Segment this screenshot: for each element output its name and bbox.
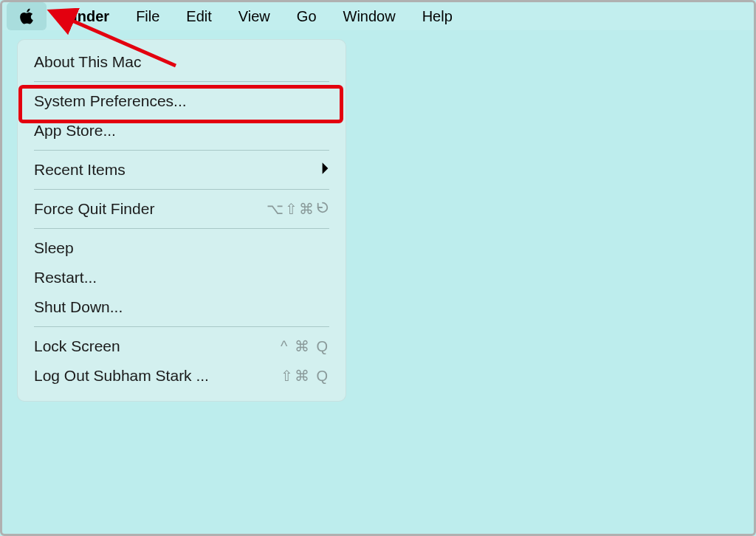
menubar-view[interactable]: View — [225, 2, 284, 30]
keyboard-shortcut: ⌥⇧⌘ — [267, 200, 329, 218]
menubar-help[interactable]: Help — [409, 2, 466, 30]
menubar-file[interactable]: File — [123, 2, 173, 30]
apple-menu-dropdown: About This Mac System Preferences... App… — [17, 39, 346, 402]
menu-item-label: Shut Down... — [34, 298, 329, 316]
menu-divider — [34, 81, 329, 82]
menu-item-label: Recent Items — [34, 161, 321, 179]
menu-recent-items[interactable]: Recent Items — [18, 155, 346, 185]
menu-divider — [34, 150, 329, 151]
apple-menu-button[interactable] — [7, 2, 47, 30]
keyboard-shortcut: ^ ⌘ Q — [281, 337, 329, 355]
menu-app-store[interactable]: App Store... — [18, 116, 346, 145]
menu-divider — [34, 189, 329, 190]
menu-item-label: System Preferences... — [34, 92, 329, 110]
menu-system-preferences[interactable]: System Preferences... — [18, 86, 346, 116]
escape-icon — [316, 201, 329, 218]
menu-item-label: App Store... — [34, 122, 329, 140]
menubar-go[interactable]: Go — [284, 2, 330, 30]
menubar-edit[interactable]: Edit — [173, 2, 224, 30]
menu-shut-down[interactable]: Shut Down... — [18, 292, 346, 322]
menubar-app-name[interactable]: Finder — [51, 2, 123, 30]
menu-item-label: Restart... — [34, 269, 329, 286]
menu-item-label: Force Quit Finder — [34, 200, 267, 218]
menu-force-quit[interactable]: Force Quit Finder ⌥⇧⌘ — [18, 194, 346, 224]
menu-item-label: Lock Screen — [34, 337, 281, 355]
menu-about-this-mac[interactable]: About This Mac — [18, 47, 346, 77]
menu-item-label: Sleep — [34, 239, 329, 257]
menu-lock-screen[interactable]: Lock Screen ^ ⌘ Q — [18, 331, 346, 361]
menu-item-label: Log Out Subham Stark ... — [34, 367, 281, 385]
menu-item-label: About This Mac — [34, 53, 329, 71]
keyboard-shortcut: ⇧⌘ Q — [281, 367, 329, 385]
apple-logo-icon — [18, 7, 35, 26]
menubar: Finder File Edit View Go Window Help — [2, 2, 754, 30]
menu-divider — [34, 228, 329, 229]
menu-sleep[interactable]: Sleep — [18, 233, 346, 263]
menu-log-out[interactable]: Log Out Subham Stark ... ⇧⌘ Q — [18, 361, 346, 391]
chevron-right-icon — [321, 162, 329, 179]
menu-restart[interactable]: Restart... — [18, 263, 346, 292]
menubar-window[interactable]: Window — [330, 2, 409, 30]
menu-divider — [34, 326, 329, 327]
